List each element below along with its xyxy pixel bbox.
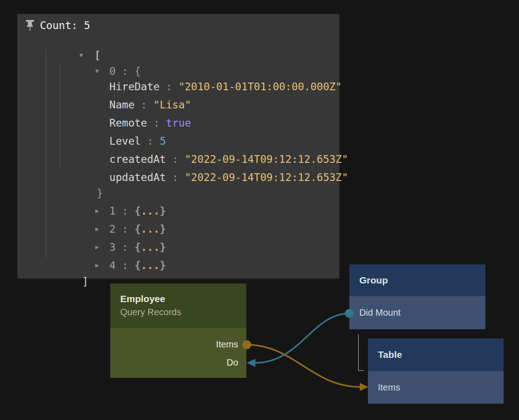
node-table-header[interactable]: Table bbox=[368, 338, 504, 371]
wire-did-mount-to-do[interactable] bbox=[255, 313, 349, 363]
node-employee[interactable]: Employee Query Records Items Do bbox=[110, 283, 246, 378]
node-group[interactable]: Group Did Mount bbox=[349, 264, 485, 329]
tree-row-item-4[interactable]: ▶4 : {...} bbox=[58, 245, 166, 259]
node-group-header[interactable]: Group bbox=[349, 264, 485, 296]
data-inspector-panel: Count: 5 ▼[ ▼0 : { HireDate : "2010-01-0… bbox=[17, 14, 339, 278]
port-label-did-mount: Did Mount bbox=[349, 296, 485, 329]
arrowhead-do-input[interactable] bbox=[247, 359, 255, 367]
node-title: Table bbox=[378, 349, 402, 360]
wire-items-to-items[interactable] bbox=[247, 345, 360, 387]
arrowhead-items-input[interactable] bbox=[360, 383, 368, 391]
pin-icon[interactable] bbox=[25, 20, 35, 32]
port-label-do: Do bbox=[110, 353, 246, 371]
tree-row-field: Name : "Lisa" bbox=[72, 84, 191, 98]
port-did-mount-output[interactable] bbox=[345, 309, 354, 318]
node-employee-body: Items Do bbox=[110, 328, 246, 378]
hierarchy-connector-line bbox=[358, 334, 364, 371]
tree-row-field: Remote : true bbox=[72, 103, 191, 116]
field-value: true bbox=[166, 117, 191, 129]
tree-row-field: createdAt : "2022-09-14T09:12:12.653Z" bbox=[72, 139, 348, 152]
tree-row-field: HireDate : "2010-01-01T01:00:00.000Z" bbox=[72, 66, 342, 80]
port-label-items: Items bbox=[368, 371, 504, 404]
tree-row-item-0[interactable]: ▼0 : { bbox=[58, 51, 141, 64]
field-value: "2022-09-14T09:12:12.653Z" bbox=[185, 171, 348, 183]
tree-row-object-close: } bbox=[59, 173, 103, 186]
node-subtitle: Query Records bbox=[120, 307, 246, 317]
port-items-output[interactable] bbox=[242, 340, 251, 349]
node-title: Group bbox=[359, 275, 388, 286]
tree-row-field: Level : 5 bbox=[72, 121, 166, 134]
field-value: "2010-01-01T01:00:00.000Z" bbox=[178, 81, 342, 93]
node-editor-canvas[interactable]: Count: 5 ▼[ ▼0 : { HireDate : "2010-01-0… bbox=[0, 0, 519, 420]
node-title: Employee bbox=[120, 293, 246, 304]
tree-row-item-2[interactable]: ▶2 : {...} bbox=[58, 209, 166, 222]
node-table[interactable]: Table Items bbox=[368, 338, 504, 404]
tree-row-array-open[interactable]: ▼[ bbox=[42, 35, 101, 49]
node-employee-header[interactable]: Employee Query Records bbox=[110, 283, 246, 328]
inspector-title: Count: 5 bbox=[40, 19, 90, 32]
tree-guide-line bbox=[46, 49, 46, 258]
port-label-items: Items bbox=[110, 335, 246, 353]
tree-row-item-1[interactable]: ▶1 : {...} bbox=[58, 190, 166, 204]
tree-row-field: updatedAt : "2022-09-14T09:12:12.653Z" bbox=[72, 157, 348, 171]
tree-row-item-3[interactable]: ▶3 : {...} bbox=[58, 227, 166, 240]
triangle-right-icon[interactable]: ▶ bbox=[95, 259, 109, 272]
tree-row-array-close: ] bbox=[44, 261, 88, 275]
